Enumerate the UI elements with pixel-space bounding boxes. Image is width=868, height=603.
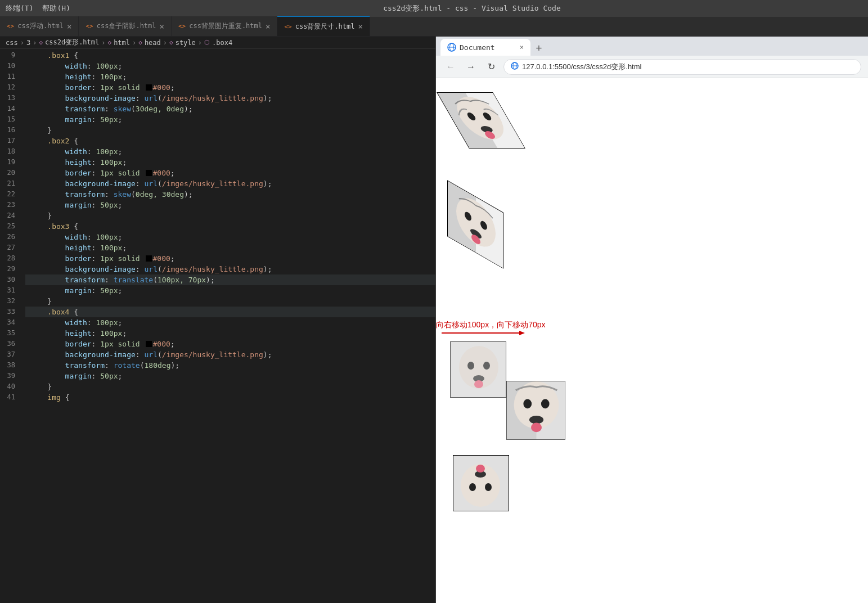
- bc-head: head: [145, 39, 161, 47]
- ln-16: 16: [0, 125, 20, 136]
- code-line-15: margin: 50px;: [25, 114, 435, 125]
- code-line-33: .box4 {: [25, 307, 435, 317]
- browser-chrome: Document × + ← → ↻: [436, 37, 868, 78]
- ln-13: 13: [0, 93, 20, 104]
- svg-point-37: [523, 399, 532, 409]
- code-line-35: height: 100px;: [25, 328, 435, 339]
- browser-active-tab[interactable]: Document ×: [440, 39, 530, 56]
- tab-css-bg-repeat[interactable]: <> css背景图片重复.html ×: [172, 16, 277, 36]
- tab-css-bg-size[interactable]: <> css背景尺寸.html ×: [277, 16, 370, 36]
- svg-point-31: [483, 362, 490, 370]
- code-line-17: .box2 {: [25, 136, 435, 146]
- bc-box4: .box4: [212, 39, 232, 47]
- bc-selector-icon: ⬡: [204, 39, 210, 46]
- tab-icon-1: <>: [7, 22, 14, 30]
- code-line-14: transform: skew(30deg, 0deg);: [25, 104, 435, 114]
- code-line-41: img {: [25, 392, 435, 403]
- svg-point-44: [469, 483, 476, 491]
- annotation-text: 向右移动100px，向下移动70px: [436, 320, 546, 330]
- tab-css-shadow[interactable]: <> css盒子阴影.html ×: [79, 16, 171, 36]
- breadcrumb: css › 3 › ◇ css2d变形.html › ◇ html › ◇ he…: [0, 37, 435, 49]
- code-line-26: width: 100px;: [25, 232, 435, 242]
- tab-label-1: css浮动.html: [17, 21, 64, 31]
- code-line-23: margin: 50px;: [25, 200, 435, 210]
- ln-34: 34: [0, 317, 20, 328]
- forward-button[interactable]: →: [463, 59, 479, 75]
- svg-point-38: [541, 399, 550, 409]
- tab-css-float[interactable]: <> css浮动.html ×: [0, 16, 79, 36]
- menu-terminal[interactable]: 终端(T): [6, 3, 33, 14]
- editor-tabs: <> css浮动.html × <> css盒子阴影.html × <> css…: [0, 17, 868, 37]
- ln-19: 19: [0, 157, 20, 168]
- bc-html-tag-icon: ◇: [108, 39, 112, 46]
- ln-18: 18: [0, 146, 20, 157]
- browser-tab-label: Document: [460, 43, 495, 52]
- reload-button[interactable]: ↻: [483, 59, 499, 75]
- title-bar: 终端(T) 帮助(H) css2d变形.html - css - Visual …: [0, 0, 868, 17]
- code-line-38: transform: rotate(180deg);: [25, 360, 435, 371]
- ln-32: 32: [0, 296, 20, 307]
- code-line-37: background-image: url(/imges/husky_littl…: [25, 349, 435, 360]
- svg-point-30: [467, 362, 474, 370]
- code-line-34: width: 100px;: [25, 317, 435, 328]
- tab-label-3: css背景图片重复.html: [189, 21, 262, 31]
- dog1-svg: [438, 93, 525, 148]
- code-lines[interactable]: .box1 { width: 100px; height: 100px; bor…: [25, 49, 435, 603]
- editor-panel: css › 3 › ◇ css2d变形.html › ◇ html › ◇ he…: [0, 37, 436, 603]
- ln-33: 33: [0, 307, 20, 317]
- dog3-translated-svg: [507, 381, 565, 440]
- tab-close-4[interactable]: ×: [358, 22, 363, 30]
- box1-container: [453, 92, 509, 148]
- code-line-10: width: 100px;: [25, 61, 435, 71]
- dog2-svg: [448, 181, 503, 269]
- bc-style-icon: ◇: [169, 39, 173, 46]
- new-tab-button[interactable]: +: [530, 39, 547, 56]
- url-text: 127.0.0.1:5500/css/3/css2d变形.html: [522, 62, 641, 72]
- title-bar-menu: 终端(T) 帮助(H): [6, 3, 70, 14]
- code-line-21: background-image: url(/imges/husky_littl…: [25, 178, 435, 189]
- tab-close-3[interactable]: ×: [266, 22, 270, 30]
- window-title: css2d变形.html - css - Visual Studio Code: [82, 3, 862, 14]
- code-line-20: border: 1px solid #000;: [25, 168, 435, 178]
- ln-41: 41: [0, 392, 20, 403]
- address-bar[interactable]: 127.0.0.1:5500/css/3/css2d变形.html: [503, 59, 861, 75]
- browser-tab-close[interactable]: ×: [520, 43, 524, 51]
- ln-30: 30: [0, 274, 20, 285]
- code-line-28: border: 1px solid #000;: [25, 253, 435, 264]
- dog4-svg: [453, 455, 509, 511]
- ln-15: 15: [0, 114, 20, 125]
- tab-label-2: css盒子阴影.html: [97, 21, 156, 31]
- ln-37: 37: [0, 349, 20, 360]
- ln-22: 22: [0, 189, 20, 200]
- code-line-27: height: 100px;: [25, 242, 435, 253]
- box4-container: [453, 455, 509, 511]
- tab-close-2[interactable]: ×: [160, 22, 164, 30]
- tab-close-1[interactable]: ×: [67, 22, 71, 30]
- svg-point-42: [476, 465, 485, 472]
- box2: [447, 180, 503, 269]
- ln-40: 40: [0, 381, 20, 392]
- ln-26: 26: [0, 232, 20, 242]
- browser-content: 向右移动100px，向下移动70px: [436, 78, 868, 603]
- ln-23: 23: [0, 200, 20, 210]
- box2-container: [447, 196, 503, 253]
- browser-nav: ← → ↻ 127.0.0.1:5500/css/3/css2d变形.html: [436, 56, 868, 78]
- code-line-18: width: 100px;: [25, 146, 435, 157]
- code-line-29: background-image: url(/imges/husky_littl…: [25, 264, 435, 274]
- ln-36: 36: [0, 339, 20, 349]
- bc-css: css: [6, 39, 18, 47]
- back-button[interactable]: ←: [443, 59, 458, 75]
- address-icon: [511, 62, 519, 71]
- code-line-9: .box1 {: [25, 50, 435, 61]
- menu-help[interactable]: 帮助(H): [42, 3, 70, 14]
- code-line-24: }: [25, 210, 435, 221]
- code-editor[interactable]: 9 10 11 12 13 14 15 16 17 18 19 20 21 22…: [0, 49, 435, 603]
- code-line-30: transform: translate(100px, 70px);: [25, 274, 435, 285]
- ln-10: 10: [0, 61, 20, 71]
- box3-origin: [450, 341, 506, 398]
- bc-file: css2d变形.html: [45, 38, 99, 47]
- tab-label-4: css背景尺寸.html: [295, 22, 355, 32]
- ln-29: 29: [0, 264, 20, 274]
- tab-icon-2: <>: [86, 22, 93, 30]
- bc-html: html: [114, 39, 130, 47]
